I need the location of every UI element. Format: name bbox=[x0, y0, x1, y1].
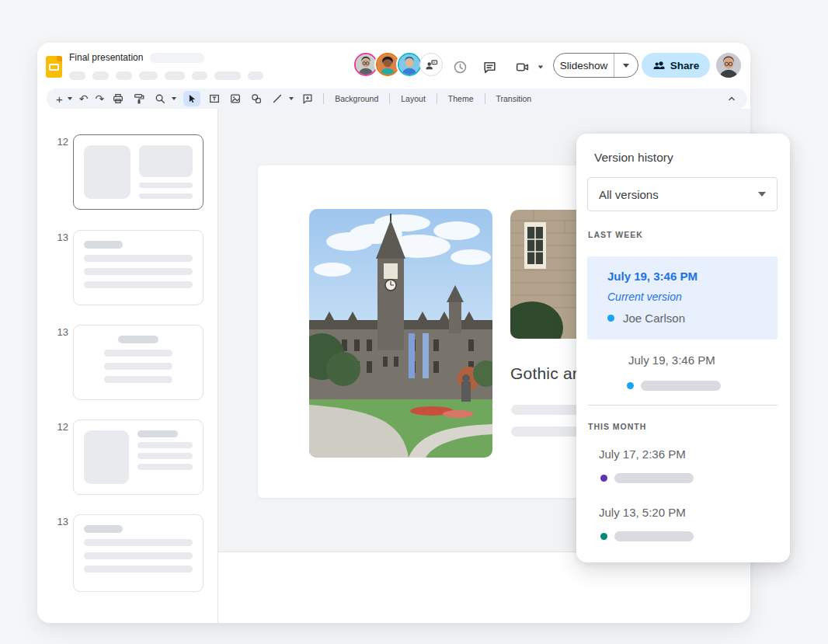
collaborator-avatar-3[interactable] bbox=[396, 51, 423, 78]
new-slide-button[interactable]: + bbox=[56, 93, 63, 105]
camera-dropdown-caret-icon[interactable] bbox=[533, 59, 548, 75]
section-label-last-week: LAST WEEK bbox=[588, 230, 643, 239]
present-to-meeting-button[interactable] bbox=[419, 53, 443, 76]
insert-shape-button[interactable] bbox=[249, 92, 263, 106]
version-history-panel: Version history All versions LAST WEEK J… bbox=[576, 134, 790, 562]
version-entry-author-redacted bbox=[600, 531, 694, 541]
dropdown-caret-icon bbox=[758, 192, 766, 197]
undo-button[interactable]: ↶ bbox=[79, 93, 89, 104]
text-box-button[interactable] bbox=[207, 92, 221, 106]
version-entry-current[interactable]: July 19, 3:46 PM Current version Joe Car… bbox=[587, 256, 778, 339]
current-version-label: Current version bbox=[607, 291, 778, 303]
menu-pill bbox=[214, 71, 241, 80]
slide-number: 12 bbox=[51, 421, 68, 433]
share-people-icon bbox=[652, 59, 665, 71]
slide-thumbnail-1-selected[interactable] bbox=[73, 134, 204, 210]
insert-comment-button[interactable] bbox=[301, 92, 315, 106]
photo-gothic-building[interactable] bbox=[309, 209, 492, 458]
version-entry-date[interactable]: July 19, 3:46 PM bbox=[628, 353, 715, 367]
menu-pill bbox=[116, 71, 132, 80]
version-entry-author-redacted bbox=[627, 381, 721, 391]
menubar-redacted bbox=[69, 71, 263, 80]
new-slide-caret-icon[interactable] bbox=[68, 97, 72, 100]
menu-pill bbox=[192, 71, 207, 80]
transition-button[interactable]: Transition bbox=[494, 94, 534, 103]
google-slides-logo-icon bbox=[46, 56, 62, 78]
author-dot bbox=[627, 382, 634, 389]
edit-toolbar: + ↶ ↷ bbox=[47, 89, 747, 109]
slide-number: 13 bbox=[51, 326, 68, 338]
slide-thumbnail-3[interactable] bbox=[73, 325, 204, 400]
theme-button[interactable]: Theme bbox=[446, 94, 476, 103]
version-author: Joe Carlson bbox=[623, 312, 685, 325]
version-history-title: Version history bbox=[594, 151, 673, 165]
line-caret-icon[interactable] bbox=[289, 97, 294, 100]
menu-pill bbox=[92, 71, 109, 80]
author-dot bbox=[600, 533, 607, 540]
version-entry-date[interactable]: July 17, 2:36 PM bbox=[599, 447, 686, 461]
background-button[interactable]: Background bbox=[332, 94, 381, 103]
zoom-caret-icon[interactable] bbox=[172, 97, 176, 100]
menu-pill bbox=[165, 71, 185, 80]
paint-format-button[interactable] bbox=[132, 92, 146, 106]
print-button[interactable] bbox=[111, 92, 125, 106]
document-title[interactable]: Final presentation bbox=[69, 52, 143, 63]
comments-icon[interactable] bbox=[482, 59, 497, 75]
menu-pill bbox=[248, 71, 263, 80]
slideshow-label: Slideshow bbox=[554, 60, 614, 71]
version-entry-date[interactable]: July 13, 5:20 PM bbox=[599, 506, 686, 519]
title-actions-redacted bbox=[150, 53, 204, 63]
zoom-button[interactable] bbox=[153, 92, 167, 106]
slide-number: 13 bbox=[51, 231, 68, 243]
slide-number: 13 bbox=[51, 516, 68, 527]
slideshow-button[interactable]: Slideshow bbox=[553, 53, 638, 78]
select-tool-button-selected[interactable] bbox=[183, 91, 200, 106]
meet-camera-icon[interactable] bbox=[514, 59, 530, 75]
insert-image-button[interactable] bbox=[228, 92, 242, 106]
section-label-this-month: THIS MONTH bbox=[588, 422, 646, 431]
version-entry-author-redacted bbox=[600, 473, 694, 483]
slide-thumbnail-4[interactable] bbox=[73, 419, 204, 495]
author-dot bbox=[600, 475, 607, 482]
layout-button[interactable]: Layout bbox=[398, 94, 428, 103]
menu-pill bbox=[139, 71, 158, 80]
user-profile-avatar[interactable] bbox=[716, 53, 741, 78]
slide-number: 12 bbox=[51, 136, 68, 148]
toolbar-collapse-chevron-icon[interactable] bbox=[727, 94, 736, 103]
insert-line-button[interactable] bbox=[270, 92, 284, 106]
author-dot bbox=[607, 315, 614, 322]
version-filter-value: All versions bbox=[599, 188, 659, 201]
slide-thumbnail-5[interactable] bbox=[73, 514, 204, 592]
version-date: July 19, 3:46 PM bbox=[607, 270, 778, 283]
slide-thumbnail-2[interactable] bbox=[73, 230, 204, 305]
version-history-icon[interactable] bbox=[452, 59, 468, 75]
redo-button[interactable]: ↷ bbox=[96, 93, 105, 104]
share-button[interactable]: Share bbox=[642, 53, 710, 78]
share-label: Share bbox=[670, 60, 700, 71]
slideshow-dropdown-caret[interactable] bbox=[614, 64, 638, 68]
menu-pill bbox=[69, 71, 85, 80]
version-filter-dropdown[interactable]: All versions bbox=[587, 177, 778, 211]
